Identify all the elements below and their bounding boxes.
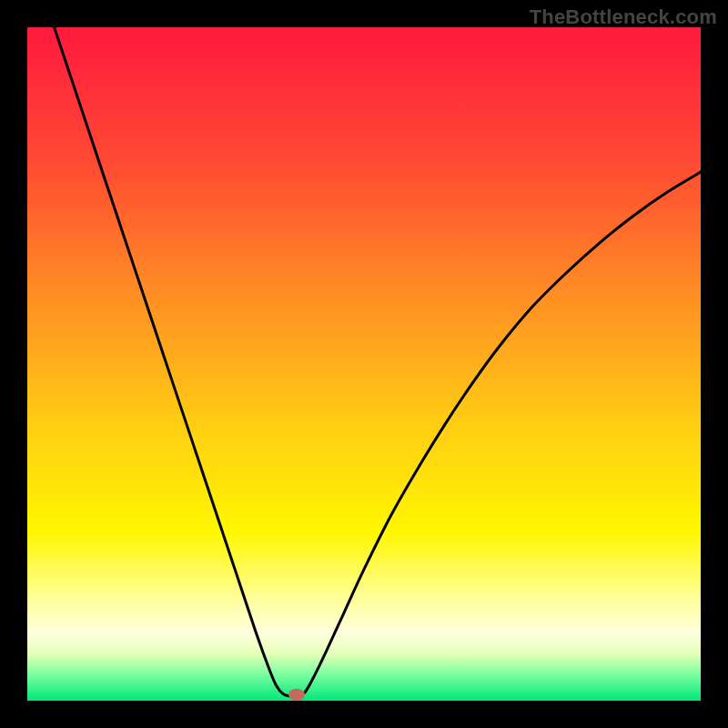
optimum-marker	[288, 689, 305, 701]
chart-frame: TheBottleneck.com	[0, 0, 728, 728]
plot-area	[27, 27, 701, 701]
chart-svg	[27, 27, 701, 701]
watermark-text: TheBottleneck.com	[530, 5, 717, 29]
gradient-background	[27, 27, 701, 701]
